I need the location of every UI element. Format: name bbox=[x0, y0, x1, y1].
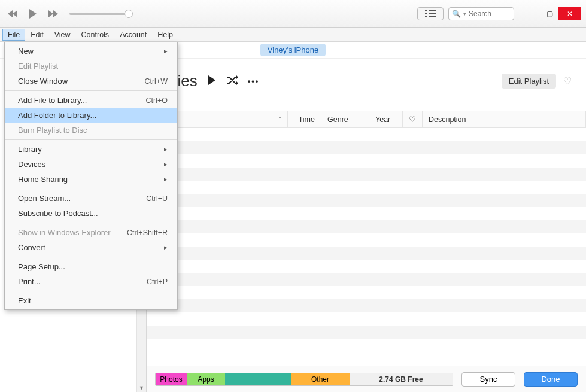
table-row bbox=[147, 299, 586, 312]
search-field[interactable]: 🔍▾ bbox=[448, 7, 514, 20]
playback-controls bbox=[5, 6, 129, 22]
search-dropdown-icon[interactable]: ▾ bbox=[463, 11, 466, 17]
table-row bbox=[147, 128, 586, 141]
table-row bbox=[147, 194, 586, 207]
menu-item-label: Show in Windows Explorer bbox=[18, 228, 111, 237]
menu-file[interactable]: File bbox=[2, 29, 25, 41]
menu-item-label: Burn Playlist to Disc bbox=[18, 126, 87, 135]
menu-item-add-file-to-library[interactable]: Add File to Library...Ctrl+O bbox=[5, 93, 177, 108]
menu-item-label: Print... bbox=[18, 277, 41, 286]
menu-item-label: Close Window bbox=[18, 77, 68, 86]
col-time[interactable]: Time bbox=[288, 111, 321, 127]
menu-item-label: New bbox=[18, 47, 34, 56]
love-icon[interactable]: ♡ bbox=[563, 75, 572, 87]
more-icon[interactable]: ••• bbox=[248, 77, 260, 86]
shuffle-icon[interactable] bbox=[226, 75, 238, 87]
prev-track-button[interactable] bbox=[5, 6, 20, 22]
menu-item-exit[interactable]: Exit bbox=[5, 293, 177, 308]
menu-item-page-setup[interactable]: Page Setup... bbox=[5, 259, 177, 274]
menu-separator bbox=[5, 139, 177, 140]
menu-item-label: Add File to Library... bbox=[18, 96, 87, 105]
menu-item-shortcut: Ctrl+W bbox=[144, 77, 168, 86]
scroll-down-icon[interactable]: ▼ bbox=[139, 384, 144, 392]
play-button[interactable] bbox=[25, 6, 41, 22]
svg-rect-1 bbox=[429, 10, 436, 11]
menu-item-new[interactable]: New bbox=[5, 44, 177, 59]
search-icon: 🔍 bbox=[452, 10, 461, 18]
menu-separator bbox=[5, 223, 177, 223]
menu-controls[interactable]: Controls bbox=[76, 29, 115, 41]
menu-separator bbox=[5, 189, 177, 189]
menu-item-open-stream[interactable]: Open Stream...Ctrl+U bbox=[5, 191, 177, 206]
table-row bbox=[147, 312, 586, 326]
window-maximize-button[interactable]: ▢ bbox=[541, 7, 558, 20]
sort-asc-icon: ˄ bbox=[278, 116, 281, 123]
menu-item-shortcut: Ctrl+Shift+R bbox=[127, 229, 168, 237]
menu-item-label: Page Setup... bbox=[18, 262, 65, 271]
menu-item-label: Subscribe to Podcast... bbox=[18, 209, 98, 218]
list-view-button[interactable] bbox=[417, 7, 444, 20]
edit-playlist-button[interactable]: Edit Playlist bbox=[502, 74, 556, 89]
main-panel: ovies ••• Edit Playlist ♡ ms ame˄ Time G… bbox=[147, 59, 586, 392]
menu-item-close-window[interactable]: Close WindowCtrl+W bbox=[5, 74, 177, 89]
storage-bar: Photos Apps Other 2.74 GB Free bbox=[155, 373, 453, 386]
menu-item-label: Convert bbox=[18, 243, 45, 252]
menu-separator bbox=[5, 90, 177, 91]
menu-separator bbox=[5, 257, 177, 257]
menu-item-shortcut: Ctrl+O bbox=[146, 96, 168, 105]
menu-help[interactable]: Help bbox=[152, 29, 178, 41]
play-all-icon[interactable] bbox=[207, 75, 217, 87]
menu-item-add-folder-to-library[interactable]: Add Folder to Library... bbox=[5, 108, 177, 123]
bottom-bar: Photos Apps Other 2.74 GB Free Sync Done bbox=[147, 366, 586, 392]
table-row bbox=[147, 168, 586, 181]
table-header: ame˄ Time Genre Year ♡ Description bbox=[147, 111, 586, 128]
table-row bbox=[147, 141, 586, 154]
menu-item-shortcut: Ctrl+U bbox=[146, 195, 168, 203]
window-close-button[interactable]: ✕ bbox=[558, 7, 581, 20]
table-row bbox=[147, 207, 586, 220]
sync-button[interactable]: Sync bbox=[461, 372, 515, 387]
menu-item-subscribe-to-podcast[interactable]: Subscribe to Podcast... bbox=[5, 206, 177, 221]
menu-item-home-sharing[interactable]: Home Sharing bbox=[5, 172, 177, 187]
menu-item-devices[interactable]: Devices bbox=[5, 157, 177, 172]
svg-rect-0 bbox=[425, 10, 427, 11]
col-description[interactable]: Description bbox=[423, 111, 586, 127]
table-row bbox=[147, 286, 586, 299]
menu-view[interactable]: View bbox=[49, 29, 76, 41]
storage-photos: Photos bbox=[156, 373, 187, 385]
menu-item-library[interactable]: Library bbox=[5, 142, 177, 157]
menu-account[interactable]: Account bbox=[114, 29, 152, 41]
menu-edit[interactable]: Edit bbox=[25, 29, 49, 41]
table-row bbox=[147, 233, 586, 247]
col-year[interactable]: Year bbox=[369, 111, 403, 127]
player-toolbar: 🔍▾ — ▢ ✕ bbox=[0, 0, 586, 28]
table-body bbox=[147, 128, 586, 366]
svg-rect-3 bbox=[429, 13, 436, 14]
storage-other: Other bbox=[291, 373, 350, 385]
window-minimize-button[interactable]: — bbox=[523, 7, 541, 20]
menu-item-convert[interactable]: Convert bbox=[5, 240, 177, 255]
svg-rect-2 bbox=[425, 13, 427, 14]
menu-item-shortcut: Ctrl+P bbox=[147, 278, 168, 286]
search-input[interactable] bbox=[469, 10, 511, 18]
menu-item-label: Open Stream... bbox=[18, 194, 71, 203]
menu-item-label: Edit Playlist bbox=[18, 62, 58, 71]
menu-item-show-in-windows-explorer: Show in Windows ExplorerCtrl+Shift+R bbox=[5, 225, 177, 240]
volume-slider[interactable] bbox=[69, 13, 129, 15]
table-row bbox=[147, 326, 586, 339]
col-love[interactable]: ♡ bbox=[403, 111, 423, 127]
storage-free: 2.74 GB Free bbox=[350, 373, 453, 385]
table-row bbox=[147, 154, 586, 168]
menu-item-label: Exit bbox=[18, 296, 31, 305]
table-row bbox=[147, 247, 586, 260]
volume-knob[interactable] bbox=[125, 10, 133, 18]
col-genre[interactable]: Genre bbox=[321, 111, 369, 127]
menu-item-label: Devices bbox=[18, 160, 45, 169]
menu-item-burn-playlist-to-disc: Burn Playlist to Disc bbox=[5, 123, 177, 138]
menu-bar: File Edit View Controls Account Help bbox=[0, 28, 586, 42]
next-track-button[interactable] bbox=[45, 6, 61, 22]
menu-item-print[interactable]: Print...Ctrl+P bbox=[5, 274, 177, 289]
storage-media bbox=[225, 373, 291, 385]
device-pill[interactable]: Viney's iPhone bbox=[260, 44, 326, 56]
done-button[interactable]: Done bbox=[524, 372, 578, 387]
